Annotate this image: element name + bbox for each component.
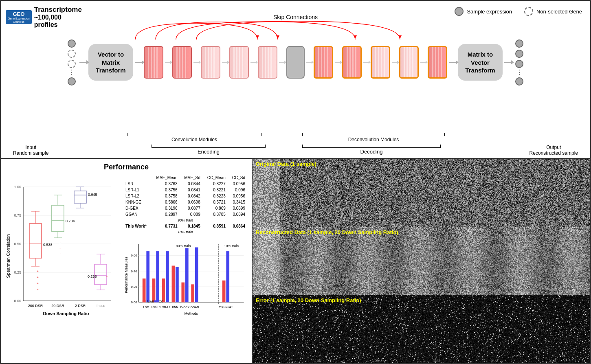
encoding-label: Encoding (152, 145, 266, 155)
bar-thiswork-cc (226, 251, 229, 302)
down-arrow-4: ↓ (400, 46, 403, 46)
svg-text:MAE: MAE (147, 300, 154, 303)
arrow-4 (504, 62, 512, 63)
bar-knn-cc (176, 267, 179, 302)
down-arrow-1: ↓ (315, 46, 318, 46)
output-circle-1 (515, 39, 523, 48)
svg-text:KNN: KNN (172, 306, 178, 309)
bar-lsrl2-cc (166, 251, 169, 302)
error-data-canvas (253, 295, 590, 363)
svg-text:LSR-L2: LSR-L2 (160, 306, 170, 309)
deconv-modules-label: Deconvolution Modules (302, 133, 445, 143)
bar-ggan-mae (191, 284, 194, 302)
svg-text:+: + (37, 276, 39, 279)
output-circle-2 (515, 50, 523, 58)
svg-text:+: + (37, 288, 39, 292)
svg-text:0.75: 0.75 (14, 213, 21, 217)
svg-text:2 DSR: 2 DSR (75, 304, 86, 308)
svg-text:+: + (37, 270, 39, 273)
geo-logo: GEO Gene ExpressionOmnibus Transcriptome… (6, 6, 82, 29)
arrow-d0 (306, 62, 312, 63)
col-header-mae-mean: MAE_Mean (152, 175, 180, 181)
input-circle-1 (68, 39, 76, 48)
legend-gene: Non-selected Gene (524, 7, 582, 16)
performance-title: Performance (5, 163, 248, 171)
geo-badge: GEO (13, 11, 24, 17)
conv-modules-label: Convolution Modules (127, 133, 261, 143)
col-header-cc-mean: CC_Mean (203, 175, 228, 181)
input-circle-2 (68, 50, 76, 58)
down-arrow-5: ↓ (429, 46, 432, 46)
arrow-c3 (222, 62, 228, 63)
svg-text:LSR-L1: LSR-L1 (151, 306, 160, 309)
svg-marker-3 (398, 35, 402, 39)
svg-text:0.25: 0.25 (14, 270, 21, 274)
input-dots: ⋮ (68, 70, 75, 75)
svg-text:0.50: 0.50 (14, 242, 21, 246)
output-circle-3 (515, 60, 523, 68)
output-circle-4 (515, 77, 523, 86)
deconv-module-2: ↓ (342, 46, 362, 79)
svg-marker-2 (354, 35, 357, 39)
arrow-2 (135, 62, 142, 63)
arrow-1 (79, 62, 87, 63)
reconstructed-data-label: Reconstructed Data (1 sample, 20 Down Sa… (256, 229, 398, 235)
images-panel: Original Data (1 sample) Reconstructed D… (253, 159, 591, 364)
original-data-label: Original Data (1 sample) (256, 161, 316, 167)
svg-text:Spearman Correlation: Spearman Correlation (6, 234, 11, 278)
deconv-module-5: ↓ (428, 46, 447, 79)
svg-text:GGAN: GGAN (190, 306, 199, 309)
svg-text:Performance Measures: Performance Measures (124, 257, 128, 293)
col-header-cc-sd: CC_Sd (228, 175, 248, 181)
profiles-text: ~100,000profiles (34, 14, 82, 29)
svg-text:0.20: 0.20 (131, 285, 137, 289)
error-data-label: Error (1 sample, 20 Down Sampling Ratio) (256, 297, 361, 303)
original-data-section: Original Data (1 sample) (253, 159, 590, 227)
error-data-section: Error (1 sample, 20 Down Sampling Ratio) (253, 295, 590, 363)
svg-text:Input: Input (97, 304, 105, 308)
table-chart-area: MAE_Mean MAE_Sd CC_Mean CC_Sd LSR0.37630… (123, 175, 248, 356)
down-arrow-2: ↓ (343, 46, 346, 46)
bar-lsrl2-mae (162, 278, 165, 302)
deconv-module-4: ↓ (399, 46, 419, 79)
legend-sample: Sample expression (455, 7, 512, 16)
skip-connections-label: Skip Connections (273, 14, 318, 20)
svg-text:0.538: 0.538 (43, 243, 53, 247)
arrow-d3 (392, 62, 398, 63)
svg-marker-1 (276, 35, 279, 39)
vector-to-matrix-box: Vector to Matrix Transform (88, 44, 133, 81)
arrow-c1 (165, 62, 171, 63)
col-header-mae-sd: MAE_Sd (180, 175, 203, 181)
arrow-d2 (363, 62, 369, 63)
svg-rect-80 (143, 300, 146, 303)
matrix-to-vector-box: Matrix toVectorTransform (458, 44, 503, 81)
svg-text:LSR: LSR (143, 306, 149, 309)
bar-dgex-cc (185, 248, 189, 302)
svg-text:0.00: 0.00 (131, 300, 137, 304)
main-diagram: ⋮ Vector to Matrix Transform (5, 39, 586, 86)
svg-text:0.945: 0.945 (88, 193, 97, 197)
reconstructed-data-canvas (253, 227, 590, 295)
input-label: InputRandom sample (13, 145, 48, 156)
perf-bar-chart: Performance Measures 0.00 0.20 0.40 0.60… (123, 238, 248, 356)
svg-text:CC: CC (159, 300, 164, 303)
svg-marker-0 (256, 35, 259, 39)
svg-text:0.00: 0.00 (14, 299, 21, 303)
bar-knn-mae (172, 265, 175, 302)
arrow-bn (279, 62, 285, 63)
svg-text:10% train: 10% train (224, 244, 239, 248)
deconv-module-3: ↓ (371, 46, 390, 79)
arrow-d1 (335, 62, 341, 63)
matrix-to-vector-text: Matrix toVectorTransform (465, 50, 495, 75)
svg-text:1.00: 1.00 (14, 185, 21, 189)
svg-text:90% train: 90% train (176, 244, 191, 248)
bar-thiswork-mae (222, 281, 226, 303)
boxplot-svg: Spearman Correlation 1.00 0.75 0.50 0.25… (5, 175, 115, 329)
down-arrow-3: ↓ (372, 46, 375, 46)
legend-sample-label: Sample expression (467, 9, 512, 15)
svg-text:20 DSR: 20 DSR (51, 304, 64, 308)
svg-text:This work*: This work* (219, 306, 233, 309)
performance-content: Spearman Correlation 1.00 0.75 0.50 0.25… (5, 175, 248, 356)
conv-module-5 (258, 46, 277, 79)
transcriptome-text: Transcriptome (34, 6, 82, 14)
